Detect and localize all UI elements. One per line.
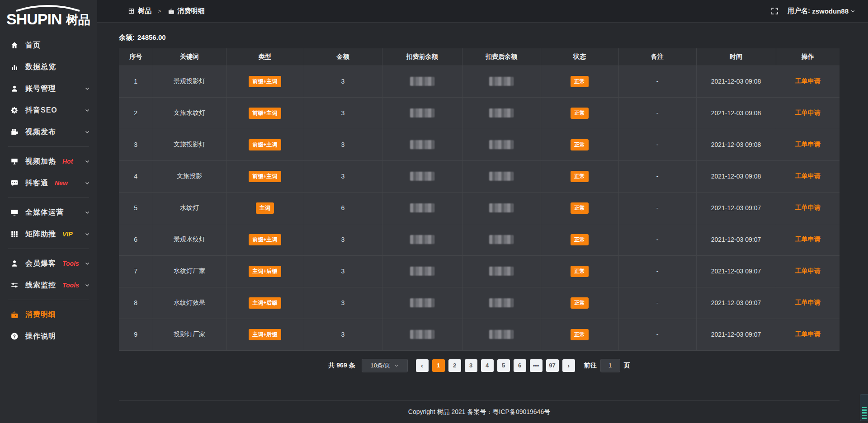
cell-post-balance (462, 97, 541, 129)
column-header: 状态 (541, 48, 618, 66)
topbar: 树品 > 消费明细 用户名: zswodun88 (97, 0, 868, 23)
breadcrumb-item-home[interactable]: 树品 (138, 7, 151, 15)
username-label: 用户名: (788, 7, 810, 15)
cell-action: 工单申请 (776, 255, 840, 287)
chevron-down-icon (85, 180, 90, 186)
page-buttons: 123456•••97 (432, 359, 559, 372)
sidebar-item-label: 全媒体运营 (25, 208, 64, 217)
page-button-5[interactable]: 5 (497, 359, 510, 372)
user-menu[interactable]: 用户名: zswodun88 (788, 7, 855, 15)
cell-post-balance (462, 192, 541, 224)
work-order-link[interactable]: 工单申请 (795, 172, 821, 179)
cell-action: 工单申请 (776, 192, 840, 224)
sidebar-item-抖客通[interactable]: 抖客通New (0, 172, 97, 194)
page-button-2[interactable]: 2 (448, 359, 461, 372)
question-icon (10, 332, 19, 341)
cell-post-balance (462, 129, 541, 160)
work-order-link[interactable]: 工单申请 (795, 267, 821, 274)
sliders-icon (10, 281, 19, 290)
goto-page-input[interactable] (600, 359, 620, 372)
table-body: 1景观投影灯前缀+主词3正常-2021-12-03 09:08工单申请2文旅水纹… (119, 66, 840, 350)
cell-remark: - (618, 224, 696, 255)
work-order-link[interactable]: 工单申请 (795, 235, 821, 243)
masked-value (489, 108, 514, 118)
cell-amount: 3 (304, 66, 382, 97)
sidebar-item-消费明细[interactable]: 消费明细 (0, 304, 97, 325)
widget-stripes-icon (862, 407, 867, 419)
work-order-link[interactable]: 工单申请 (795, 77, 821, 85)
cell-amount: 3 (304, 129, 382, 160)
sidebar-item-抖音SEO[interactable]: 抖音SEO (0, 99, 97, 121)
chevron-down-icon (85, 108, 90, 113)
username-value: zswodun88 (812, 7, 849, 15)
sidebar-item-矩阵助推[interactable]: 矩阵助推VIP (0, 223, 97, 245)
table-row: 1景观投影灯前缀+主词3正常-2021-12-03 09:08工单申请 (119, 66, 840, 97)
masked-value (489, 235, 514, 244)
cell-remark: - (618, 97, 696, 129)
page-button-97[interactable]: 97 (546, 359, 559, 372)
cell-keyword: 文旅水纹灯 (153, 97, 226, 129)
cell-type: 主词+后缀 (226, 287, 304, 319)
work-order-link[interactable]: 工单申请 (795, 330, 821, 338)
table-row: 8水纹灯效果主词+后缀3正常-2021-12-03 09:07工单申请 (119, 287, 840, 319)
fullscreen-icon[interactable] (771, 7, 778, 15)
status-badge: 正常 (571, 297, 589, 309)
next-page-button[interactable]: › (562, 359, 575, 372)
menu-divider (8, 197, 89, 198)
sidebar-item-数据总览[interactable]: 数据总览 (0, 56, 97, 78)
page-button-1[interactable]: 1 (432, 359, 445, 372)
floating-service-widget[interactable] (860, 394, 868, 421)
cell-status: 正常 (541, 66, 618, 97)
work-order-link[interactable]: 工单申请 (795, 109, 821, 116)
chevron-down-icon (85, 210, 90, 215)
topbar-right: 用户名: zswodun88 (771, 7, 855, 15)
breadcrumb: 树品 > 消费明细 (128, 7, 205, 15)
cell-amount: 3 (304, 319, 382, 350)
cell-status: 正常 (541, 97, 618, 129)
page-ellipsis-button[interactable]: ••• (530, 359, 542, 372)
cell-remark: - (618, 129, 696, 160)
page-button-6[interactable]: 6 (514, 359, 526, 372)
masked-value (410, 203, 434, 212)
content-area: 树品 > 消费明细 用户名: zswodun88 余额:24856.00 (97, 0, 868, 423)
cell-keyword: 景观投影灯 (153, 66, 226, 97)
page-size-select[interactable]: 10条/页 (362, 359, 408, 372)
shupin-logo-icon: SHUPIN 树品 (6, 5, 90, 28)
sidebar-item-会员爆客[interactable]: 会员爆客Tools (0, 253, 97, 274)
sidebar-item-label: 首页 (25, 41, 41, 50)
column-header: 扣费后余额 (462, 48, 541, 66)
prev-page-button[interactable]: ‹ (416, 359, 429, 372)
cell-action: 工单申请 (776, 97, 840, 129)
cell-type: 前缀+主词 (226, 66, 304, 97)
work-order-link[interactable]: 工单申请 (795, 141, 821, 148)
sidebar-item-label: 会员爆客 (25, 259, 56, 268)
cell-amount: 6 (304, 192, 382, 224)
masked-value (489, 330, 514, 339)
sidebar-item-账号管理[interactable]: 账号管理 (0, 78, 97, 99)
goto-label: 前往 (584, 362, 597, 370)
sidebar-item-全媒体运营[interactable]: 全媒体运营 (0, 202, 97, 223)
page-button-3[interactable]: 3 (465, 359, 477, 372)
copyright-text: Copyright 树品 2021 备案号：粤ICP备09019646号 (408, 408, 550, 416)
sidebar-item-label: 线索监控 (25, 281, 56, 290)
work-order-link[interactable]: 工单申请 (795, 204, 821, 211)
masked-value (410, 172, 434, 181)
column-header: 操作 (776, 48, 840, 66)
status-badge: 正常 (571, 76, 589, 87)
cell-amount: 3 (304, 160, 382, 192)
status-badge: 正常 (571, 108, 589, 119)
logo: SHUPIN 树品 (0, 0, 97, 31)
cell-keyword: 投影灯厂家 (153, 319, 226, 350)
type-badge: 前缀+主词 (249, 76, 281, 87)
sidebar-item-线索监控[interactable]: 线索监控Tools (0, 274, 97, 296)
sidebar-item-操作说明[interactable]: 操作说明 (0, 325, 97, 347)
sidebar-item-视频发布[interactable]: 视频发布 (0, 121, 97, 143)
page-button-4[interactable]: 4 (481, 359, 494, 372)
work-order-link[interactable]: 工单申请 (795, 299, 821, 306)
cell-time: 2021-12-03 09:08 (696, 97, 776, 129)
sidebar-item-首页[interactable]: 首页 (0, 34, 97, 56)
cell-action: 工单申请 (776, 129, 840, 160)
cell-keyword: 水纹灯厂家 (153, 255, 226, 287)
sidebar-item-视频加热[interactable]: 视频加热Hot (0, 150, 97, 172)
chevron-down-icon (85, 129, 90, 135)
